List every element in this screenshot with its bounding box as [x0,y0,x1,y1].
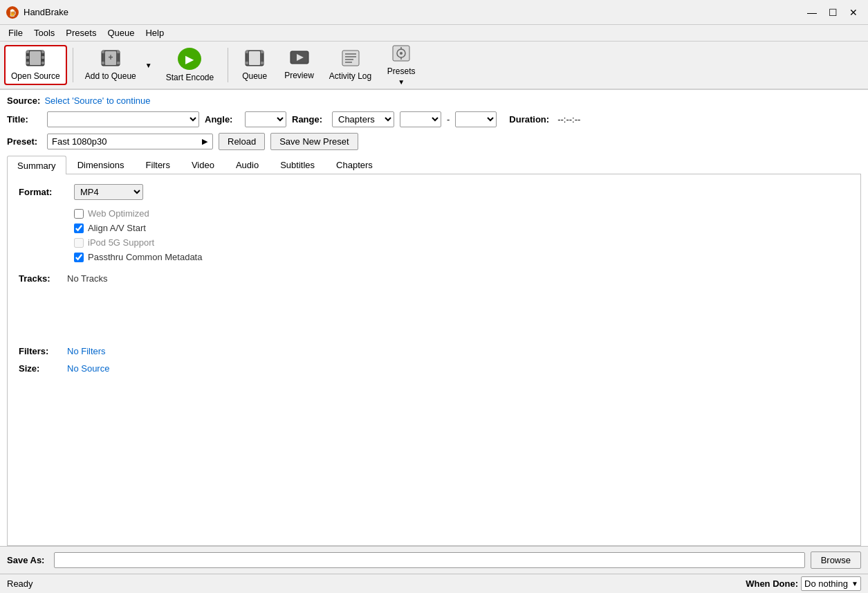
close-button[interactable]: ✕ [844,3,862,21]
start-encode-button[interactable]: ▶ Start Encode [158,45,222,85]
tracks-label: Tracks: [19,273,67,284]
svg-rect-5 [26,62,29,64]
passthru-label: Passthru Common Metadata [88,252,202,262]
app-title: HandBrake [24,7,68,17]
preview-button[interactable]: Preview [278,45,320,85]
tracks-value: No Tracks [67,273,108,284]
source-label: Source: [7,95,40,106]
web-optimized-label: Web Optimized [88,208,149,219]
svg-rect-22 [249,51,260,65]
tab-dimensions[interactable]: Dimensions [67,156,135,174]
menu-help[interactable]: Help [140,26,169,39]
preset-arrow-button[interactable]: ▶ [198,134,212,149]
save-as-input[interactable] [54,552,805,568]
svg-rect-6 [41,51,44,53]
add-to-queue-dropdown-button[interactable]: ▼ [142,45,155,85]
presets-icon [392,45,410,64]
tab-video[interactable]: Video [181,156,225,174]
open-source-label: Open Source [11,71,60,81]
menu-file[interactable]: File [3,26,28,39]
add-to-queue-button[interactable]: + Add to Queue [79,45,142,85]
save-new-preset-button[interactable]: Save New Preset [270,133,358,150]
add-to-queue-label: Add to Queue [85,71,136,81]
presets-button[interactable]: Presets ▼ [380,45,422,85]
passthru-checkbox[interactable] [74,253,84,262]
status-bar: Ready When Done: Do nothing ▼ [0,574,868,593]
checkbox-av-start: Align A/V Start [74,223,849,233]
status-right: When Done: Do nothing ▼ [746,576,861,591]
av-start-label: Align A/V Start [88,223,146,233]
svg-rect-9 [30,51,41,65]
queue-button[interactable]: Queue [234,45,275,85]
tab-summary[interactable]: Summary [7,156,66,174]
preset-input[interactable] [47,134,213,149]
tab-content-summary: Format: MP4 Web Optimized Align A/V Star… [7,174,861,546]
size-label: Size: [19,363,67,374]
add-to-queue-group: + Add to Queue ▼ [79,45,155,85]
preview-icon [290,51,309,69]
range-select[interactable]: Chapters [332,111,394,127]
presets-label: Presets [387,66,416,76]
menu-bar: File Tools Presets Queue Help [0,25,868,42]
tab-audio[interactable]: Audio [225,156,269,174]
separator-2 [228,48,228,82]
tracks-row: Tracks: No Tracks [19,273,849,284]
when-done-label: When Done: [746,578,798,589]
when-done-select[interactable]: Do nothing [801,576,861,591]
format-label: Format: [19,187,67,197]
app-logo: 🍺 [6,6,19,19]
when-done-wrap: Do nothing ▼ [801,576,861,591]
svg-rect-4 [26,56,29,59]
web-optimized-checkbox[interactable] [74,209,84,219]
presets-arrow-icon: ▼ [398,78,405,86]
svg-rect-21 [261,62,264,64]
chapter-to-select[interactable] [455,111,497,127]
save-as-bar: Save As: Browse [0,546,868,574]
svg-rect-13 [117,51,120,53]
tab-subtitles[interactable]: Subtitles [270,156,325,174]
title-bar-controls: — ☐ ✕ [803,3,862,21]
queue-label: Queue [242,71,267,81]
minimize-button[interactable]: — [803,3,821,21]
format-row: Format: MP4 [19,184,849,200]
preset-label: Preset: [7,136,41,147]
browse-button[interactable]: Browse [811,551,861,569]
preset-row: Preset: ▶ Reload Save New Preset [7,133,861,150]
tab-filters[interactable]: Filters [136,156,181,174]
source-message[interactable]: Select 'Source' to continue [44,95,150,106]
angle-select[interactable] [245,111,286,127]
toolbar: Open Source + Add to Queue ▼ ▶ Start Enc [0,42,868,90]
filters-row: Filters: No Filters [19,346,849,356]
open-source-button[interactable]: Open Source [4,45,67,85]
svg-text:+: + [108,53,113,62]
av-start-checkbox[interactable] [74,223,84,233]
queue-icon [245,50,264,69]
menu-tools[interactable]: Tools [28,26,60,39]
reload-button[interactable]: Reload [219,133,265,150]
start-encode-label: Start Encode [166,73,214,82]
tab-chapters[interactable]: Chapters [326,156,383,174]
format-select[interactable]: MP4 [74,184,143,200]
filters-value: No Filters [67,346,106,356]
activity-log-button[interactable]: Activity Log [323,45,378,85]
svg-rect-3 [26,51,29,53]
menu-queue[interactable]: Queue [102,26,140,39]
checkbox-passthru: Passthru Common Metadata [74,252,849,262]
maximize-button[interactable]: ☐ [824,3,842,21]
preset-input-wrap: ▶ [47,134,213,149]
svg-rect-20 [261,51,264,53]
title-select[interactable] [47,111,199,127]
filters-label: Filters: [19,346,67,356]
play-icon: ▶ [178,48,201,70]
menu-presets[interactable]: Presets [60,26,102,39]
activity-log-icon [342,50,360,69]
ipod-checkbox[interactable] [74,238,84,248]
size-value: No Source [67,363,109,374]
title-row: Title: Angle: Range: Chapters - Duration… [7,111,861,127]
separator-1 [73,48,73,82]
title-bar: 🍺 HandBrake — ☐ ✕ [0,0,868,25]
preview-label: Preview [284,71,314,80]
chapter-from-select[interactable] [400,111,441,127]
svg-rect-12 [102,62,104,64]
svg-rect-7 [41,56,44,59]
